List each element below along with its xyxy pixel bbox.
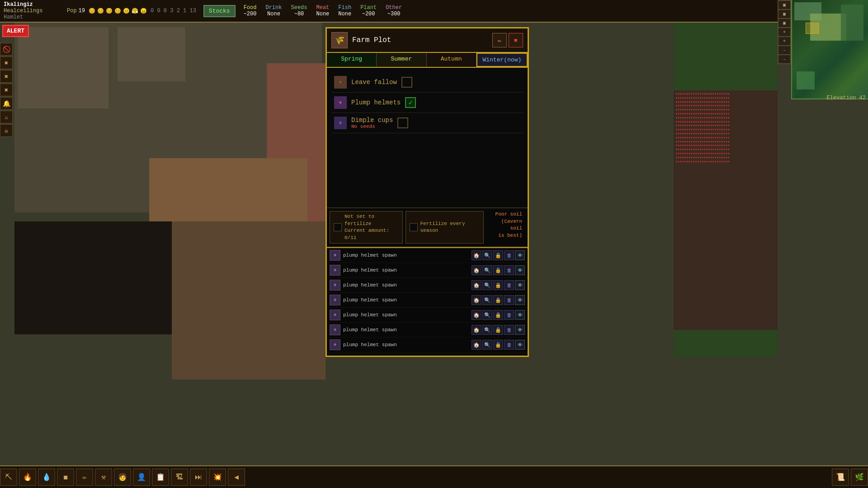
inv-row-6[interactable]: ♦ plump helmet spawn 🏠 🔍 🔒 🗑 👁	[327, 338, 528, 352]
sidebar-icon-2[interactable]: ✖	[0, 56, 13, 69]
inv-row-0[interactable]: ♦ plump helmet spawn 🏠 🔍 🔒 🗑 👁	[327, 248, 528, 263]
tool-build[interactable]: 🏗	[171, 469, 188, 486]
minimap-btn-minus2[interactable]: -	[778, 55, 791, 64]
inv-row-5[interactable]: ♦ plump helmet spawn 🏠 🔍 🔒 🗑 👁	[327, 323, 528, 338]
alert-button[interactable]: ALERT	[2, 25, 29, 37]
inv-row-3[interactable]: ♦ plump helmet spawn 🏠 🔍 🔒 🗑 👁	[327, 293, 528, 308]
minimap[interactable]	[791, 0, 868, 99]
inv-trash-btn-0[interactable]: 🗑	[504, 250, 514, 260]
tool-person[interactable]: 🧑	[114, 469, 131, 486]
inv-lock-btn-0[interactable]: 🔒	[493, 250, 503, 260]
tab-autumn[interactable]: Autumn	[427, 53, 476, 67]
tool-pick[interactable]: ⛏	[0, 469, 17, 486]
inv-lock-btn-2[interactable]: 🔒	[493, 280, 503, 290]
tool-right-1[interactable]: 📜	[832, 469, 849, 486]
fallow-checkbox[interactable]	[401, 77, 412, 88]
fallow-name: Leave fallow	[351, 79, 397, 86]
inv-lock-btn-5[interactable]: 🔒	[493, 325, 503, 335]
inv-trash-btn-1[interactable]: 🗑	[504, 265, 514, 275]
inv-home-btn-6[interactable]: 🏠	[472, 340, 481, 350]
inv-search-btn-3[interactable]: 🔍	[482, 295, 492, 305]
top-bar: Ikalingiz Healceilings Hamlet Pop 19 😊 😊…	[0, 0, 868, 23]
sidebar-icon-4[interactable]: ✖	[0, 84, 13, 96]
inv-eye-btn-2[interactable]: 👁	[515, 280, 525, 290]
not-fertilize-button[interactable]: Not set to fertilize Current amount: 0/1…	[330, 211, 403, 244]
tool-fire[interactable]: 🔥	[19, 469, 36, 486]
inv-home-btn-5[interactable]: 🏠	[472, 325, 481, 335]
crop-list: ▪ Leave fallow ♦ Plump helmets ✓ ♦ Dimpl…	[327, 68, 528, 138]
tool-hammer[interactable]: ⚒	[95, 469, 112, 486]
tool-fill[interactable]: ◼	[57, 469, 74, 486]
inv-lock-btn-3[interactable]: 🔒	[493, 295, 503, 305]
inv-eye-btn-3[interactable]: 👁	[515, 295, 525, 305]
inv-eye-btn-6[interactable]: 👁	[515, 340, 525, 350]
tool-fast-forward[interactable]: ⏭	[190, 469, 207, 486]
dimple-checkbox[interactable]	[397, 117, 408, 128]
farm-panel: 🌾 Farm Plot ✏ ✖ Spring Summer Autumn Win…	[326, 27, 529, 357]
farm-close-button[interactable]: ✖	[509, 33, 523, 47]
tab-spring[interactable]: Spring	[327, 53, 377, 67]
minimap-btn-minus1[interactable]: -	[778, 46, 791, 55]
inv-home-btn-2[interactable]: 🏠	[472, 280, 481, 290]
tab-winter[interactable]: Winter(now)	[476, 53, 528, 67]
inv-lock-btn-1[interactable]: 🔒	[493, 265, 503, 275]
inv-trash-btn-4[interactable]: 🗑	[504, 310, 514, 320]
inv-row-1[interactable]: ♦ plump helmet spawn 🏠 🔍 🔒 🗑 👁	[327, 263, 528, 278]
tool-water[interactable]: 💧	[38, 469, 55, 486]
inv-trash-btn-3[interactable]: 🗑	[504, 295, 514, 305]
inv-search-btn-5[interactable]: 🔍	[482, 325, 492, 335]
inv-row-4[interactable]: ♦ plump helmet spawn 🏠 🔍 🔒 🗑 👁	[327, 308, 528, 323]
minimap-btn-1[interactable]: ▣	[778, 0, 791, 9]
inv-eye-btn-1[interactable]: 👁	[515, 265, 525, 275]
inv-eye-btn-0[interactable]: 👁	[515, 250, 525, 260]
inv-search-btn-4[interactable]: 🔍	[482, 310, 492, 320]
inv-eye-btn-5[interactable]: 👁	[515, 325, 525, 335]
inv-eye-btn-4[interactable]: 👁	[515, 310, 525, 320]
sidebar-icon-5[interactable]: 🔔	[0, 97, 13, 110]
sidebar-icon-1[interactable]: 🚫	[0, 43, 13, 56]
farm-info-button[interactable]: ✏	[492, 33, 507, 47]
minimap-btn-plus1[interactable]: +	[778, 28, 791, 37]
minimap-btn-3[interactable]: ▣	[778, 19, 791, 28]
inv-home-btn-1[interactable]: 🏠	[472, 265, 481, 275]
pop-icon-happy3: 😊	[106, 8, 113, 14]
plump-name: Plump helmets	[351, 99, 401, 106]
inv-search-btn-0[interactable]: 🔍	[482, 250, 492, 260]
plump-checkbox[interactable]: ✓	[405, 97, 416, 108]
tool-right-2[interactable]: 🌿	[851, 469, 868, 486]
tool-user[interactable]: 👤	[133, 469, 150, 486]
sidebar-icon-3[interactable]: ✖	[0, 70, 13, 83]
crop-row-fallow[interactable]: ▪ Leave fallow	[331, 72, 523, 93]
inv-actions-2: 🏠 🔍 🔒 🗑 👁	[472, 280, 525, 290]
inv-search-btn-1[interactable]: 🔍	[482, 265, 492, 275]
crop-row-dimple[interactable]: ♦ Dimple cups No seeds	[331, 113, 523, 133]
inv-name-3: plump helmet spawn	[343, 297, 469, 303]
tab-summer[interactable]: Summer	[377, 53, 426, 67]
minimap-btn-2[interactable]: ▣	[778, 9, 791, 19]
seeds-label: Seeds	[291, 5, 307, 11]
inv-home-btn-0[interactable]: 🏠	[472, 250, 481, 260]
inv-trash-btn-6[interactable]: 🗑	[504, 340, 514, 350]
inv-lock-btn-4[interactable]: 🔒	[493, 310, 503, 320]
inv-home-btn-3[interactable]: 🏠	[472, 295, 481, 305]
minimap-btn-plus2[interactable]: +	[778, 37, 791, 46]
inv-search-btn-2[interactable]: 🔍	[482, 280, 492, 290]
inv-lock-btn-6[interactable]: 🔒	[493, 340, 503, 350]
fertilize-section: Not set to fertilize Current amount: 0/1…	[327, 207, 528, 247]
inv-trash-btn-5[interactable]: 🗑	[504, 325, 514, 335]
tool-pencil[interactable]: ✏	[76, 469, 93, 486]
tool-flare[interactable]: 💥	[209, 469, 226, 486]
stocks-button[interactable]: Stocks	[203, 5, 236, 17]
inv-row-2[interactable]: ♦ plump helmet spawn 🏠 🔍 🔒 🗑 👁	[327, 278, 528, 293]
inv-home-btn-4[interactable]: 🏠	[472, 310, 481, 320]
sidebar-icon-6[interactable]: ⚔	[0, 111, 13, 123]
inv-search-btn-6[interactable]: 🔍	[482, 340, 492, 350]
fertilize-season-button[interactable]: Fertilize every season	[406, 211, 484, 244]
inv-actions-6: 🏠 🔍 🔒 🗑 👁	[472, 340, 525, 350]
crop-row-plump[interactable]: ♦ Plump helmets ✓	[331, 93, 523, 113]
sidebar-icon-7[interactable]: ☠	[0, 124, 13, 137]
tool-back[interactable]: ◀	[228, 469, 245, 486]
tool-clipboard[interactable]: 📋	[152, 469, 169, 486]
inv-trash-btn-2[interactable]: 🗑	[504, 280, 514, 290]
not-fertilize-checkbox	[334, 223, 342, 231]
